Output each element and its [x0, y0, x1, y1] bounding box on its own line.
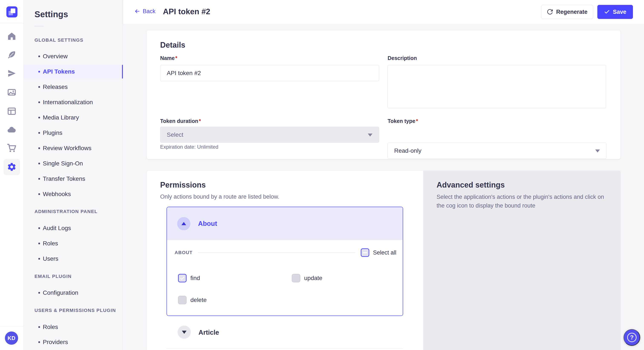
- sidebar-item-review-workflows[interactable]: Review Workflows: [24, 141, 123, 155]
- bullet-icon: [38, 243, 40, 244]
- divider: [198, 252, 355, 253]
- token-type-label: Token type*: [388, 118, 418, 124]
- title-divider: [34, 26, 44, 26]
- section-email-plugin: EMAIL PLUGIN: [34, 274, 72, 279]
- sidebar-item-overview[interactable]: Overview: [24, 49, 123, 63]
- section-users-permissions-plugin: USERS & PERMISSIONS PLUGIN: [34, 308, 116, 313]
- question-icon: ?: [627, 333, 636, 342]
- sidebar-item-internationalization[interactable]: Internationalization: [24, 95, 123, 109]
- main-content: Details Name* Description Token duration…: [123, 24, 644, 350]
- paper-plane-icon[interactable]: [7, 68, 16, 78]
- details-card: Details Name* Description Token duration…: [147, 30, 620, 159]
- settings-gear-icon[interactable]: [4, 159, 20, 175]
- sidebar-item-admin-roles[interactable]: Roles: [24, 237, 123, 250]
- section-global-settings: GLOBAL SETTINGS: [34, 37, 84, 43]
- permissions-subtitle: Only actions bound by a route are listed…: [160, 193, 280, 200]
- settings-sidebar: Settings GLOBAL SETTINGS Overview API To…: [24, 0, 123, 350]
- details-heading: Details: [160, 41, 185, 49]
- layout-icon[interactable]: [7, 106, 16, 116]
- sidebar-item-webhooks[interactable]: Webhooks: [24, 187, 123, 201]
- expiration-hint: Expiration date: Unlimited: [160, 144, 218, 150]
- check-icon: [180, 275, 185, 281]
- bullet-icon: [38, 178, 40, 180]
- cloud-icon[interactable]: [7, 125, 16, 135]
- section-administration-panel: ADMINISTRATION PANEL: [34, 209, 98, 214]
- chevron-down-icon: [595, 150, 600, 153]
- divider: [166, 348, 403, 349]
- bullet-icon: [38, 341, 40, 343]
- required-asterisk: *: [199, 118, 201, 124]
- description-label: Description: [388, 55, 417, 61]
- token-duration-select[interactable]: Select: [160, 127, 379, 143]
- permissions-panel: Permissions Only actions bound by a rout…: [147, 171, 423, 350]
- save-button[interactable]: Save: [597, 5, 633, 19]
- bullet-icon: [38, 326, 40, 328]
- chevron-up-icon: [182, 222, 186, 225]
- page-header: Back API token #2 Regenerate Save: [123, 0, 644, 24]
- article-accordion-header[interactable]: Article: [198, 329, 219, 336]
- about-accordion-header[interactable]: About: [167, 207, 403, 240]
- bullet-icon: [38, 258, 40, 260]
- arrow-left-icon: [134, 8, 140, 15]
- sidebar-item-plugins[interactable]: Plugins: [24, 126, 123, 140]
- home-icon[interactable]: [7, 31, 16, 41]
- media-library-icon[interactable]: [7, 87, 16, 97]
- sidebar-item-transfer-tokens[interactable]: Transfer Tokens: [24, 172, 123, 186]
- advanced-settings-description: Select the application's actions or the …: [436, 193, 607, 210]
- rail-divider: [0, 326, 24, 327]
- about-accordion-body: ABOUT Select all find update: [167, 240, 403, 316]
- feather-icon[interactable]: [7, 50, 16, 59]
- find-checkbox[interactable]: [178, 274, 186, 282]
- logo-cell: [0, 0, 24, 23]
- about-accordion: About ABOUT Select all find: [166, 207, 403, 316]
- bullet-icon: [38, 147, 40, 149]
- permissions-card: Permissions Only actions bound by a rout…: [147, 171, 620, 350]
- marketplace-cart-icon[interactable]: [7, 143, 16, 153]
- bullet-icon: [38, 227, 40, 229]
- description-textarea[interactable]: [388, 65, 606, 108]
- permission-update: update: [292, 274, 322, 282]
- refresh-icon: [547, 9, 553, 15]
- sidebar-item-audit-logs[interactable]: Audit Logs: [24, 221, 123, 235]
- back-link[interactable]: Back: [134, 8, 156, 15]
- permission-find: find: [178, 274, 200, 282]
- sidebar-title: Settings: [34, 9, 68, 19]
- regenerate-button[interactable]: Regenerate: [541, 5, 593, 19]
- sidebar-item-single-sign-on[interactable]: Single Sign-On: [24, 157, 123, 170]
- token-type-select[interactable]: Read-only: [388, 143, 606, 159]
- logo-shape: [8, 11, 13, 15]
- advanced-settings-panel: Advanced settings Select the application…: [423, 171, 620, 350]
- name-input[interactable]: [160, 65, 379, 81]
- bullet-icon: [38, 101, 40, 103]
- page-title: API token #2: [163, 7, 210, 16]
- token-duration-label: Token duration*: [160, 118, 201, 124]
- sidebar-item-releases[interactable]: Releases: [24, 80, 123, 94]
- bullet-icon: [38, 163, 40, 164]
- bullet-icon: [38, 86, 40, 88]
- sidebar-item-configuration[interactable]: Configuration: [24, 286, 123, 300]
- strapi-logo[interactable]: [6, 6, 18, 17]
- bullet-icon: [38, 132, 40, 134]
- sidebar-item-providers[interactable]: Providers: [24, 335, 123, 349]
- select-all-checkbox[interactable]: [361, 248, 369, 257]
- sidebar-item-users[interactable]: Users: [24, 252, 123, 266]
- main-nav-rail: KD: [0, 0, 24, 350]
- user-avatar[interactable]: KD: [5, 332, 18, 345]
- required-asterisk: *: [175, 55, 178, 61]
- chevron-down-icon: [182, 331, 186, 334]
- check-icon: [604, 9, 610, 15]
- required-asterisk: *: [416, 118, 418, 124]
- sidebar-item-api-tokens[interactable]: API Tokens: [24, 65, 123, 78]
- chevron-down-icon: [368, 134, 372, 137]
- sidebar-item-media-library[interactable]: Media Library: [24, 111, 123, 124]
- bullet-icon: [38, 292, 40, 294]
- sidebar-item-up-roles[interactable]: Roles: [24, 320, 123, 334]
- advanced-settings-heading: Advanced settings: [436, 180, 505, 189]
- bullet-icon: [38, 71, 40, 72]
- update-checkbox[interactable]: [292, 274, 300, 282]
- help-button[interactable]: ?: [624, 329, 640, 346]
- article-expand-toggle[interactable]: [178, 326, 191, 339]
- name-label: Name*: [160, 55, 178, 61]
- delete-checkbox[interactable]: [178, 296, 186, 304]
- collapse-toggle[interactable]: [177, 217, 190, 230]
